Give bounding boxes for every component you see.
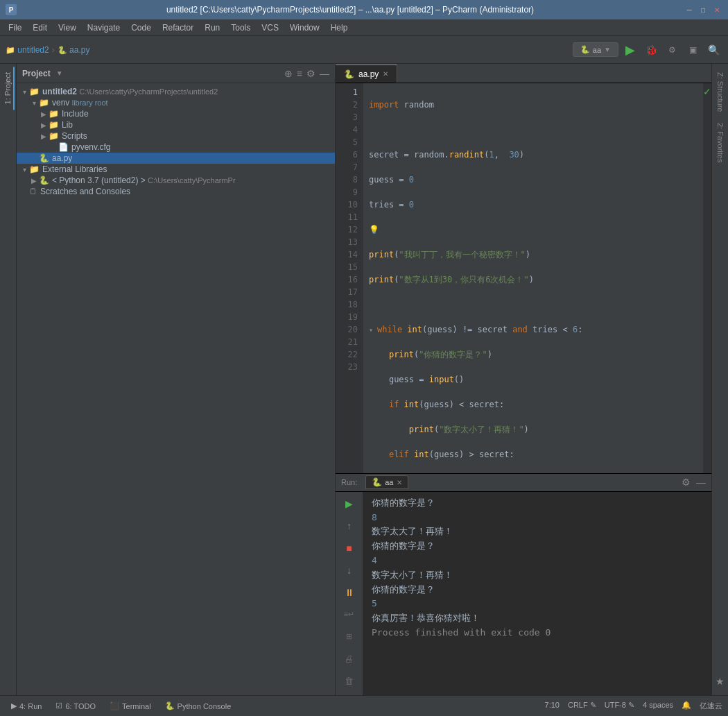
collapse-icon[interactable]: ≡ — [297, 68, 302, 79]
run-trash-button[interactable]: 🗑 — [340, 672, 358, 690]
menu-code[interactable]: Code — [125, 22, 157, 34]
close-button[interactable]: ✕ — [711, 4, 722, 15]
toolbar: 📁 untitled2 › 🐍 aa.py 🐍 aa ▼ ▶ 🐞 ⚙ ▣ 🔍 — [0, 36, 728, 64]
indent[interactable]: 4 spaces — [643, 701, 673, 711]
search-button[interactable]: 🔍 — [704, 41, 722, 59]
tree-item-python37[interactable]: ▶ 🐍 < Python 3.7 (untitled2) > C:\Users\… — [17, 175, 335, 186]
tree-item-untitled2[interactable]: ▾ 📁 untitled2 C:\Users\catty\PycharmProj… — [17, 86, 335, 97]
hide-icon[interactable]: — — [320, 68, 329, 79]
output-line: 数字太大了！再猜！ — [372, 525, 703, 539]
code-content[interactable]: import random secret = random.randint(1,… — [363, 83, 703, 473]
todo-icon: ☑ — [55, 701, 62, 710]
run-print-button[interactable]: 🖨 — [340, 650, 358, 668]
breadcrumb: 📁 untitled2 › 🐍 aa.py — [6, 45, 89, 55]
editor-tabs: 🐍 aa.py ✕ — [336, 64, 711, 83]
python-icon: 🐍 — [39, 176, 49, 185]
output-line: 你猜的数字是？ — [372, 583, 703, 597]
run-play-button[interactable]: ▶ — [340, 495, 358, 513]
brand-label: 亿速云 — [700, 701, 722, 711]
encoding[interactable]: UTF-8 ✎ — [605, 701, 634, 711]
line-endings[interactable]: CRLF ✎ — [568, 701, 596, 711]
menu-run[interactable]: Run — [199, 22, 225, 34]
run-output: 你猜的数字是？ 8 数字太大了！再猜！ 你猜的数字是？ 4 数字太小了！再猜！ … — [363, 492, 711, 695]
arrow-icon: ▶ — [29, 177, 39, 185]
run-tab-close[interactable]: ✕ — [397, 479, 402, 486]
menu-help[interactable]: Help — [325, 22, 354, 34]
favorites-star-icon[interactable]: ★ — [716, 673, 725, 690]
scope-icon[interactable]: ⊕ — [284, 68, 293, 79]
tree-label: pyvenv.cfg — [71, 142, 110, 152]
tab-run[interactable]: ▶ 4: Run — [6, 700, 47, 712]
debug-button[interactable]: 🐞 — [642, 41, 660, 59]
tree-item-scripts[interactable]: ▶ 📁 Scripts — [17, 130, 335, 142]
project-panel: Project ▼ ⊕ ≡ ⚙ — ▾ 📁 untitled2 C:\Users… — [17, 64, 336, 695]
settings-icon[interactable]: ⚙ — [306, 68, 315, 79]
arrow-icon: ▾ — [19, 166, 29, 173]
run-pause-button[interactable]: ⏸ — [340, 583, 358, 602]
tree-label: Scripts — [62, 131, 87, 141]
output-input: 4 — [372, 554, 703, 568]
arrow-icon: ▶ — [39, 133, 49, 140]
minimize-button[interactable]: ─ — [684, 4, 695, 15]
code-editor: 1 2 3 4 5 6 7 8 9 10 11 12 13 14 15 16 1… — [336, 83, 711, 473]
tree-item-external-libs[interactable]: ▾ 📁 External Libraries — [17, 164, 335, 175]
tab-close-button[interactable]: ✕ — [383, 70, 388, 78]
menu-tools[interactable]: Tools — [225, 22, 256, 34]
menu-edit[interactable]: Edit — [27, 22, 53, 34]
run-up-button[interactable]: ↑ — [340, 517, 358, 535]
menu-vcs[interactable]: VCS — [256, 22, 284, 34]
run-filter-button[interactable]: ⊞ — [340, 628, 358, 646]
cursor-position[interactable]: 7:10 — [545, 701, 560, 711]
sidebar-item-structure[interactable]: Z: Structure — [715, 67, 726, 117]
breadcrumb-root[interactable]: 📁 untitled2 — [6, 45, 49, 55]
tree-label: Include — [62, 109, 89, 119]
run-sidebar: ▶ ↑ ■ ↓ ⏸ ≡↵ ⊞ 🖨 🗑 — [336, 492, 363, 695]
project-dropdown-icon[interactable]: ▼ — [56, 69, 63, 77]
run-config-selector[interactable]: 🐍 aa ▼ — [573, 42, 618, 57]
titlebar: P untitled2 [C:\Users\catty\PycharmProje… — [0, 0, 728, 19]
run-controls: ▶ ↑ ■ ↓ ⏸ ≡↵ ⊞ 🖨 🗑 你猜的数字是？ 8 数字太大了！再猜！ 你… — [336, 492, 711, 695]
scratches-icon: 🗒 — [29, 187, 37, 196]
sidebar-item-favorites[interactable]: 2: Favorites — [715, 117, 726, 168]
tree-label: Lib — [62, 120, 73, 130]
menu-file[interactable]: File — [3, 22, 27, 34]
tree-item-scratches[interactable]: 🗒 Scratches and Consoles — [17, 186, 335, 197]
app-icon: P — [6, 4, 17, 15]
tab-terminal[interactable]: ⬛ Terminal — [104, 700, 157, 712]
run-down-button[interactable]: ↓ — [340, 561, 358, 579]
output-line: 你猜的数字是？ — [372, 496, 703, 511]
run-button[interactable]: ▶ — [621, 41, 639, 59]
menu-refactor[interactable]: Refactor — [157, 22, 199, 34]
tab-python-console[interactable]: 🐍 Python Console — [159, 700, 237, 712]
menu-window[interactable]: Window — [284, 22, 325, 34]
run-stop-button[interactable]: ■ — [340, 539, 358, 557]
folder-icon: 📁 — [39, 98, 49, 108]
run-tabs: Run: 🐍 aa ✕ ⚙ — — [336, 474, 711, 492]
menu-navigate[interactable]: Navigate — [82, 22, 125, 34]
line-numbers: 1 2 3 4 5 6 7 8 9 10 11 12 13 14 15 16 1… — [336, 83, 363, 473]
sidebar-item-project[interactable]: 1: Project — [2, 67, 15, 110]
tree-item-lib[interactable]: ▶ 📁 Lib — [17, 119, 335, 130]
tree-item-pyvenv[interactable]: 📄 pyvenv.cfg — [17, 142, 335, 153]
tab-aa-py[interactable]: 🐍 aa.py ✕ — [336, 65, 397, 83]
run-settings-icon[interactable]: ⚙ — [682, 477, 691, 488]
arrow-icon: ▾ — [29, 99, 39, 107]
run-wrap-button[interactable]: ≡↵ — [340, 606, 358, 624]
maximize-button[interactable]: □ — [697, 4, 709, 15]
breadcrumb-file[interactable]: 🐍 aa.py — [58, 45, 90, 55]
folder-icon: 📁 — [49, 120, 59, 130]
arrow-icon: ▶ — [39, 121, 49, 129]
folder-icon: 📁 — [29, 164, 40, 174]
run-minimize-icon[interactable]: — — [696, 477, 706, 488]
tree-label: External Libraries — [42, 164, 107, 174]
menu-view[interactable]: View — [53, 22, 82, 34]
profile-button[interactable]: ▣ — [684, 41, 702, 59]
tree-item-aa-py[interactable]: 🐍 aa.py — [17, 153, 335, 164]
tab-todo[interactable]: ☑ 6: TODO — [50, 700, 101, 712]
tree-item-include[interactable]: ▶ 📁 Include — [17, 108, 335, 119]
tree-item-venv[interactable]: ▾ 📁 venv library root — [17, 97, 335, 108]
coverage-button[interactable]: ⚙ — [663, 41, 681, 59]
notification-icon[interactable]: 🔔 — [682, 701, 691, 711]
run-tab-aa[interactable]: 🐍 aa ✕ — [365, 475, 408, 489]
cfg-icon: 📄 — [58, 142, 69, 152]
